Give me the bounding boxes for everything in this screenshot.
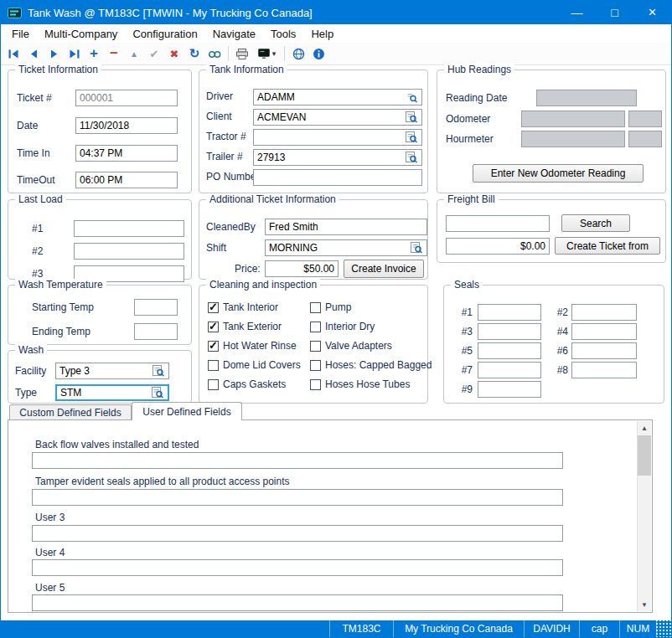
delete-record-icon[interactable]: −	[104, 44, 124, 64]
client-field[interactable]: ACMEVAN	[253, 109, 422, 126]
first-record-icon[interactable]	[3, 44, 23, 64]
last-load-2-field[interactable]	[74, 243, 184, 260]
seal-4-field[interactable]	[571, 323, 637, 340]
date-field[interactable]: 11/30/2018	[75, 117, 178, 134]
menu-help[interactable]: Help	[303, 26, 341, 42]
find-icon[interactable]	[204, 44, 225, 64]
prior-record-icon[interactable]	[23, 44, 44, 64]
seal-1-field[interactable]	[478, 304, 541, 321]
last-record-icon[interactable]	[64, 44, 84, 64]
group-title: Last Load	[15, 193, 66, 205]
menu-multi-company[interactable]: Multi-Company	[37, 26, 125, 42]
starting-temp-field[interactable]	[134, 299, 178, 316]
status-terminal-id: TM183C	[329, 620, 393, 637]
info-icon[interactable]	[308, 44, 328, 64]
checkbox-hot-water-rinse[interactable]	[208, 341, 219, 352]
user-field-2-input[interactable]	[32, 489, 563, 506]
enter-odometer-button[interactable]: Enter New Odometer Reading	[473, 164, 644, 183]
cleaned-by-field[interactable]: Fred Smith	[265, 219, 427, 235]
user-field-1-input[interactable]	[32, 452, 563, 469]
user-field-4-input[interactable]	[32, 559, 563, 576]
time-in-field[interactable]: 04:37 PM	[75, 145, 178, 162]
price-field[interactable]: $50.00	[265, 260, 339, 277]
seal-8-field[interactable]	[571, 362, 637, 378]
checkbox-pump[interactable]	[310, 302, 321, 313]
checkbox-dome-lid-covers[interactable]	[208, 360, 219, 371]
console-dropdown-icon[interactable]: ▾	[272, 49, 277, 58]
tractor-field[interactable]	[253, 129, 422, 146]
checkbox-row-hoses-hose-tubes: Hoses Hose Tubes	[310, 378, 410, 390]
next-record-icon[interactable]	[44, 44, 64, 64]
scrollbar-thumb[interactable]	[638, 435, 651, 476]
cancel-edit-icon[interactable]: ✖	[164, 44, 184, 64]
lookup-icon[interactable]	[405, 151, 418, 164]
menu-configuration[interactable]: Configuration	[125, 26, 204, 42]
po-number-field[interactable]	[253, 169, 422, 186]
lookup-icon[interactable]	[405, 131, 418, 144]
trailer-field[interactable]: 27913	[253, 149, 422, 166]
checkbox-valve-adapters[interactable]	[310, 341, 321, 352]
lookup-icon[interactable]	[151, 386, 164, 399]
vertical-scrollbar[interactable]: ▲ ▼	[637, 421, 651, 611]
ending-temp-field[interactable]	[134, 323, 178, 340]
insert-record-icon[interactable]: +	[84, 44, 104, 64]
seal-6-label: #6	[548, 345, 568, 357]
freight-bill-number-field[interactable]	[446, 215, 550, 232]
driver-field[interactable]: ADAMM	[253, 89, 422, 105]
collapse-icon[interactable]: ▲	[124, 44, 144, 64]
checkbox-hoses-hose-tubes[interactable]	[310, 379, 321, 390]
checkbox-tank-interior[interactable]	[208, 302, 219, 313]
tab-user-defined-fields[interactable]: User Defined Fields	[132, 402, 242, 420]
checkbox-label: Caps Gaskets	[223, 378, 286, 390]
last-load-1-field[interactable]	[74, 220, 184, 237]
seal-7-field[interactable]	[478, 362, 541, 378]
odometer-label: Odometer	[446, 113, 490, 125]
menu-navigate[interactable]: Navigate	[205, 26, 263, 42]
seal-2-field[interactable]	[571, 304, 637, 321]
user-field-3-input[interactable]	[32, 525, 563, 542]
seal-2-label: #2	[548, 306, 568, 318]
maximize-button[interactable]: □	[596, 1, 633, 24]
seal-9-field[interactable]	[478, 381, 541, 398]
scroll-down-icon[interactable]: ▼	[638, 598, 651, 611]
title-bar[interactable]: Tank Wash @ TM183C [TMWIN - My Trucking …	[1, 1, 671, 24]
checkbox-hoses-capped-bagged[interactable]	[310, 360, 321, 371]
web-icon[interactable]	[288, 44, 308, 64]
close-button[interactable]: ×	[633, 1, 671, 24]
facility-field[interactable]: Type 3	[55, 363, 169, 379]
window-controls: — □ ×	[558, 1, 671, 24]
search-button[interactable]: Search	[561, 214, 630, 232]
resize-grip[interactable]	[656, 620, 671, 637]
lookup-icon[interactable]	[152, 364, 165, 378]
checkbox-tank-exterior[interactable]	[208, 322, 219, 332]
seal-6-field[interactable]	[571, 342, 637, 359]
lookup-icon[interactable]	[410, 241, 423, 255]
seal-5-field[interactable]	[478, 342, 541, 359]
price-value: $50.00	[303, 263, 334, 275]
seal-3-field[interactable]	[478, 323, 541, 340]
time-out-field[interactable]: 06:00 PM	[75, 172, 178, 188]
form-area: Ticket Information Ticket # 000001 Date …	[1, 65, 671, 620]
menu-tools[interactable]: Tools	[263, 26, 303, 42]
tab-custom-defined-fields[interactable]: Custom Defined Fields	[9, 404, 132, 419]
checkbox-caps-gaskets[interactable]	[208, 379, 219, 390]
lookup-icon[interactable]	[405, 90, 418, 104]
ticket-number-field[interactable]: 000001	[75, 90, 178, 106]
shift-field[interactable]: MORNING	[265, 239, 427, 256]
refresh-icon[interactable]: ↻	[184, 44, 204, 64]
menu-file[interactable]: File	[4, 26, 37, 42]
scroll-up-icon[interactable]: ▲	[638, 421, 651, 435]
minimize-button[interactable]: —	[558, 1, 596, 24]
user-field-5-input[interactable]	[32, 594, 563, 611]
create-ticket-from-button[interactable]: Create Ticket from	[555, 237, 660, 255]
post-edit-icon[interactable]: ✔	[144, 44, 164, 64]
print-icon[interactable]	[232, 44, 252, 64]
create-invoice-button[interactable]: Create Invoice	[344, 260, 424, 278]
freight-bill-amount-value: $0.00	[520, 240, 545, 252]
user-field-1-label: Back flow valves installed and tested	[35, 439, 199, 450]
checkbox-interior-dry[interactable]	[310, 322, 321, 332]
console-icon[interactable]: ▾	[252, 44, 281, 64]
wash-type-field[interactable]: STM	[55, 384, 169, 401]
lookup-icon[interactable]	[405, 111, 418, 124]
freight-bill-amount-field[interactable]: $0.00	[446, 238, 550, 255]
